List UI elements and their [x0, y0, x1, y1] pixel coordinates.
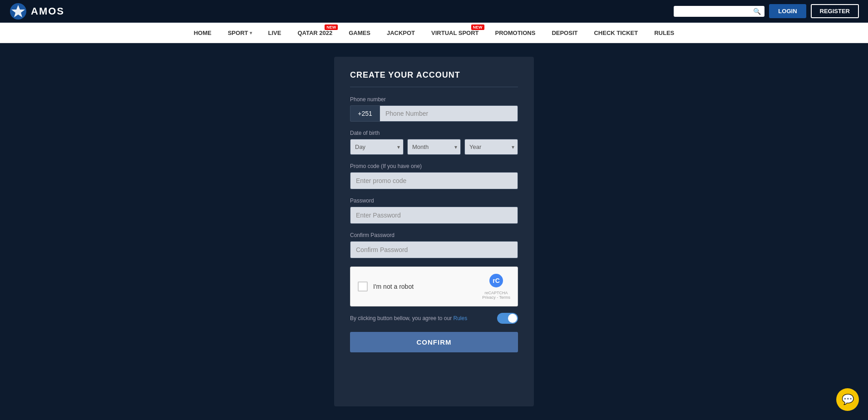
dob-row: Day Month Year — [350, 139, 518, 155]
search-icon: 🔍 — [753, 8, 761, 15]
logo-icon — [9, 2, 27, 20]
confirm-password-group: Confirm Password — [350, 232, 518, 258]
dob-label: Date of birth — [350, 130, 518, 136]
nav-item-rules[interactable]: RULES — [646, 23, 682, 43]
form-divider — [350, 87, 518, 87]
password-label: Password — [350, 198, 518, 204]
registration-form-card: CREATE YOUR ACCOUNT Phone number +251 Da… — [334, 57, 534, 406]
new-badge-qatar: NEW — [325, 25, 338, 30]
promo-label: Promo code (If you have one) — [350, 163, 518, 169]
main-content: CREATE YOUR ACCOUNT Phone number +251 Da… — [0, 43, 868, 420]
nav-item-sport[interactable]: SPORT ▾ — [220, 23, 260, 43]
confirm-password-label: Confirm Password — [350, 232, 518, 238]
confirm-password-input[interactable] — [350, 241, 518, 258]
recaptcha-logo-icon: rC — [489, 273, 503, 288]
nav-item-games[interactable]: GAMES — [340, 23, 379, 43]
site-header: AMOS 🔍 LOGIN REGISTER — [0, 0, 868, 23]
recaptcha-brand-text: reCAPTCHA — [482, 291, 510, 295]
header-actions: 🔍 LOGIN REGISTER — [674, 4, 859, 18]
form-title: CREATE YOUR ACCOUNT — [350, 70, 518, 80]
promo-group: Promo code (If you have one) — [350, 163, 518, 189]
nav-item-virtual-sport[interactable]: NEW VIRTUAL SPORT — [423, 23, 487, 43]
password-group: Password — [350, 198, 518, 224]
recaptcha-terms-link[interactable]: Terms — [499, 295, 511, 300]
terms-toggle[interactable] — [497, 313, 518, 324]
chevron-down-icon: ▾ — [250, 30, 252, 35]
phone-input[interactable] — [380, 105, 518, 122]
toggle-thumb — [508, 314, 517, 323]
terms-row: By clicking button bellow, you agree to … — [350, 313, 518, 324]
day-select-wrapper: Day — [350, 139, 404, 155]
month-select[interactable]: Month — [407, 139, 461, 155]
rules-link[interactable]: Rules — [453, 315, 467, 321]
phone-label: Phone number — [350, 96, 518, 103]
confirm-button[interactable]: CONFIRM — [350, 332, 518, 352]
register-button[interactable]: REGISTER — [811, 4, 859, 18]
logo-text: AMOS — [31, 5, 64, 17]
recaptcha-widget[interactable]: I'm not a robot rC reCAPTCHA Privacy - T… — [350, 267, 518, 306]
recaptcha-left: I'm not a robot — [358, 282, 414, 292]
recaptcha-branding: rC reCAPTCHA Privacy - Terms — [482, 273, 510, 300]
recaptcha-label: I'm not a robot — [373, 283, 414, 290]
promo-input[interactable] — [350, 172, 518, 189]
nav-item-jackpot[interactable]: JACKPOT — [379, 23, 423, 43]
dob-group: Date of birth Day Month Year — [350, 130, 518, 155]
year-select[interactable]: Year — [464, 139, 518, 155]
new-badge-virtual: NEW — [471, 25, 484, 30]
year-select-wrapper: Year — [464, 139, 518, 155]
nav-item-qatar[interactable]: NEW QATAR 2022 — [289, 23, 340, 43]
main-nav: HOME SPORT ▾ LIVE NEW QATAR 2022 GAMES J… — [0, 23, 868, 43]
recaptcha-links: Privacy - Terms — [482, 295, 510, 300]
recaptcha-privacy-link[interactable]: Privacy — [482, 295, 496, 300]
nav-item-deposit[interactable]: DEPOSIT — [543, 23, 586, 43]
phone-number-group: Phone number +251 — [350, 96, 518, 122]
terms-text: By clicking button bellow, you agree to … — [350, 315, 467, 321]
recaptcha-checkbox[interactable] — [358, 282, 368, 292]
phone-prefix: +251 — [350, 105, 380, 122]
nav-item-promotions[interactable]: PROMOTIONS — [487, 23, 544, 43]
chat-icon: 💬 — [842, 394, 854, 405]
svg-text:rC: rC — [493, 277, 500, 284]
password-input[interactable] — [350, 207, 518, 224]
day-select[interactable]: Day — [350, 139, 404, 155]
chat-bubble[interactable]: 💬 — [836, 388, 859, 411]
phone-row: +251 — [350, 105, 518, 122]
search-box[interactable]: 🔍 — [674, 6, 764, 17]
login-button[interactable]: LOGIN — [769, 4, 806, 18]
nav-item-home[interactable]: HOME — [186, 23, 220, 43]
search-input[interactable] — [677, 8, 753, 15]
logo[interactable]: AMOS — [9, 2, 64, 20]
month-select-wrapper: Month — [407, 139, 461, 155]
nav-item-check-ticket[interactable]: CHECK TICKET — [586, 23, 646, 43]
nav-item-live[interactable]: LIVE — [260, 23, 290, 43]
